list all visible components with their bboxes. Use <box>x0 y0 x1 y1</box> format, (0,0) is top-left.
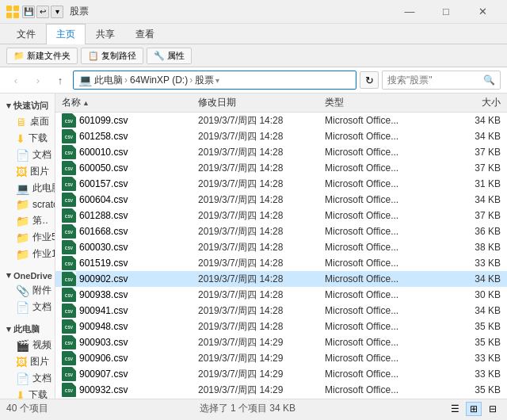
view-controls: ☰ ⊞ ⊟ <box>447 402 501 416</box>
table-row[interactable]: CSV 900907.csv 2019/3/7/周四 14:29 Microso… <box>55 366 507 382</box>
table-row[interactable]: CSV 900902.csv 2019/3/7/周四 14:28 Microso… <box>55 271 507 287</box>
sidebar-item-videos[interactable]: 🎬 视频 <box>0 337 55 353</box>
file-date-cell: 2019/3/7/周四 14:28 <box>198 288 325 302</box>
file-date-cell: 2019/3/7/周四 14:28 <box>198 130 325 143</box>
file-size-cell: 37 KB <box>444 210 507 221</box>
sidebar-item-thispc[interactable]: 💻 此电脑 <box>0 180 55 197</box>
table-row[interactable]: CSV 600604.csv 2019/3/7/周四 14:28 Microso… <box>55 192 507 208</box>
up-button[interactable]: ↑ <box>51 71 70 89</box>
search-input[interactable] <box>387 74 483 86</box>
minimize-button[interactable]: — <box>391 0 428 24</box>
file-name: 900903.csv <box>79 337 128 348</box>
view-large-icon-button[interactable]: ⊟ <box>485 402 501 416</box>
file-type-cell: Microsoft Office... <box>325 337 444 348</box>
forward-button[interactable]: › <box>29 71 48 89</box>
file-size-cell: 34 KB <box>444 273 507 284</box>
file-name: 600050.csv <box>79 162 128 174</box>
qs-save[interactable]: 💾 <box>22 6 35 18</box>
sidebar-item-scratches[interactable]: 📁 scratches <box>0 197 55 212</box>
close-button[interactable]: ✕ <box>464 0 501 24</box>
ribbon-tab-主页[interactable]: 主页 <box>46 24 86 44</box>
table-row[interactable]: CSV 600157.csv 2019/3/7/周四 14:28 Microso… <box>55 176 507 192</box>
chevron-icon: ▾ <box>6 324 11 334</box>
file-name: 900932.csv <box>79 384 128 395</box>
path-segment-drive: 64WinXP (D:) › <box>130 74 193 86</box>
sidebar-item-desktop[interactable]: 🖥 桌面 <box>0 113 55 130</box>
docs-label: 文档 <box>32 148 51 162</box>
ribbon-tab-共享[interactable]: 共享 <box>86 24 125 44</box>
file-type-cell: Microsoft Office... <box>325 353 444 364</box>
table-row[interactable]: CSV 900947.csv 2019/3/7/周四 14:29 Microso… <box>55 398 507 399</box>
ribbon-copy[interactable]: 📋 复制路径 <box>81 48 143 64</box>
table-row[interactable]: CSV 900938.csv 2019/3/7/周四 14:28 Microso… <box>55 287 507 303</box>
sidebar-item-pictures2[interactable]: 🖼 图片 <box>0 353 55 370</box>
ribbon-properties[interactable]: 🔧 属性 <box>147 48 192 64</box>
ch5-label: 第五节：大话企... <box>32 214 48 227</box>
sidebar-item-downloads2[interactable]: ⬇ 下载 <box>0 387 55 399</box>
table-row[interactable]: CSV 900906.csv 2019/3/7/周四 14:29 Microso… <box>55 350 507 366</box>
pictures-label: 图片 <box>30 165 49 178</box>
file-name-cell: CSV 900906.csv <box>55 351 198 365</box>
col-header-date[interactable]: 修改日期 <box>198 96 325 109</box>
view-details-button[interactable]: ⊞ <box>466 402 482 416</box>
sidebar-item-docs2[interactable]: 📄 文档 <box>0 299 55 315</box>
ribbon-tab-文件[interactable]: 文件 <box>6 24 46 44</box>
refresh-button[interactable]: ↻ <box>360 71 379 89</box>
pc-icon: 💻 <box>16 182 29 195</box>
ribbon-tab-查看[interactable]: 查看 <box>125 24 165 44</box>
sidebar-item-pictures[interactable]: 🖼 图片 <box>0 163 55 180</box>
file-name-cell: CSV 601258.csv <box>55 129 198 143</box>
onedrive-header: ▾ OneDrive <box>0 267 55 282</box>
downloads2-label: 下载 <box>29 388 48 399</box>
thispc-section-label: 此电脑 <box>13 323 40 335</box>
sidebar-item-hw56[interactable]: 📁 作业5.6 <box>0 229 55 246</box>
search-box[interactable]: 🔍 <box>382 71 501 90</box>
table-row[interactable]: CSV 601258.csv 2019/3/7/周四 14:28 Microso… <box>55 128 507 144</box>
sidebar-item-hw11[interactable]: 📁 作业11 <box>0 246 55 262</box>
back-button[interactable]: ‹ <box>6 71 25 89</box>
col-header-name[interactable]: 名称 ▲ <box>55 96 198 109</box>
qs-undo[interactable]: ↩ <box>36 6 49 18</box>
table-row[interactable]: CSV 900948.csv 2019/3/7/周四 14:28 Microso… <box>55 319 507 334</box>
scratches-icon: 📁 <box>16 198 29 211</box>
table-row[interactable]: CSV 601288.csv 2019/3/7/周四 14:28 Microso… <box>55 208 507 223</box>
table-row[interactable]: CSV 600050.csv 2019/3/7/周四 14:28 Microso… <box>55 160 507 176</box>
sidebar-item-attachments[interactable]: 📎 附件 <box>0 282 55 299</box>
file-name: 601099.csv <box>79 115 128 126</box>
file-name: 601519.csv <box>79 258 128 269</box>
table-row[interactable]: CSV 601519.csv 2019/3/7/周四 14:28 Microso… <box>55 255 507 271</box>
table-row[interactable]: CSV 900903.csv 2019/3/7/周四 14:29 Microso… <box>55 334 507 350</box>
sidebar-item-downloads[interactable]: ⬇ 下载 <box>0 130 55 147</box>
window-controls: — □ ✕ <box>391 0 501 24</box>
table-row[interactable]: CSV 601668.csv 2019/3/7/周四 14:28 Microso… <box>55 223 507 239</box>
svg-rect-1 <box>13 6 19 11</box>
file-date-cell: 2019/3/7/周四 14:28 <box>198 225 325 239</box>
sidebar-item-ch5[interactable]: 📁 第五节：大话企... <box>0 212 55 229</box>
table-row[interactable]: CSV 601099.csv 2019/3/7/周四 14:28 Microso… <box>55 113 507 128</box>
sidebar-item-docs[interactable]: 📄 文档 <box>0 147 55 163</box>
main-area: ▾ 快速访问 🖥 桌面 ⬇ 下载 📄 文档 🖼 图片 💻 此电脑 📁 scrat… <box>0 94 507 399</box>
csv-icon: CSV <box>62 351 76 365</box>
view-list-button[interactable]: ☰ <box>447 402 463 416</box>
file-name: 900941.csv <box>79 305 128 316</box>
file-size-cell: 33 KB <box>444 368 507 380</box>
maximize-button[interactable]: □ <box>428 0 464 24</box>
col-header-size[interactable]: 大小 <box>444 96 507 109</box>
col-header-type[interactable]: 类型 <box>325 96 444 109</box>
address-path[interactable]: 💻 此电脑 › 64WinXP (D:) › 股票 ▾ <box>73 71 356 90</box>
file-date-cell: 2019/3/7/周四 14:28 <box>198 273 325 286</box>
file-type-cell: Microsoft Office... <box>325 384 444 395</box>
table-row[interactable]: CSV 600010.csv 2019/3/7/周四 14:28 Microso… <box>55 144 507 160</box>
ribbon-new-folder[interactable]: 📁 新建文件夹 <box>6 48 78 64</box>
file-name: 900902.csv <box>79 273 128 284</box>
table-row[interactable]: CSV 900932.csv 2019/3/7/周四 14:29 Microso… <box>55 382 507 398</box>
sidebar-item-docs3[interactable]: 📄 文档 <box>0 370 55 387</box>
qs-dropdown[interactable]: ▾ <box>51 6 63 18</box>
file-date-cell: 2019/3/7/周四 14:28 <box>198 162 325 175</box>
table-row[interactable]: CSV 600030.csv 2019/3/7/周四 14:28 Microso… <box>55 239 507 255</box>
file-date-cell: 2019/3/7/周四 14:28 <box>198 146 325 159</box>
table-row[interactable]: CSV 900941.csv 2019/3/7/周四 14:28 Microso… <box>55 303 507 319</box>
videos-icon: 🎬 <box>16 339 29 352</box>
file-date-cell: 2019/3/7/周四 14:28 <box>198 193 325 207</box>
file-type-cell: Microsoft Office... <box>325 305 444 316</box>
